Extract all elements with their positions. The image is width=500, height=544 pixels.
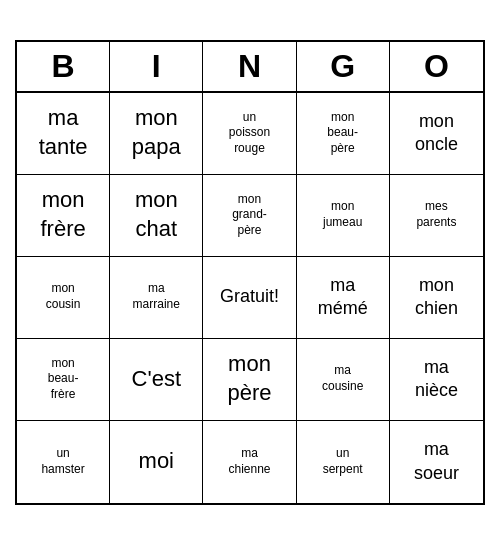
cell-text: mon grand- père	[232, 192, 267, 239]
bingo-cell-r4-c1: moi	[110, 421, 203, 503]
cell-text: un hamster	[41, 446, 84, 477]
bingo-cell-r3-c0: mon beau- frère	[17, 339, 110, 421]
cell-text: un serpent	[323, 446, 363, 477]
bingo-cell-r2-c4: mon chien	[390, 257, 483, 339]
cell-text: mon cousin	[46, 281, 81, 312]
bingo-cell-r3-c3: ma cousine	[297, 339, 390, 421]
bingo-cell-r3-c2: mon père	[203, 339, 296, 421]
cell-text: ma tante	[39, 104, 88, 161]
bingo-cell-r2-c1: ma marraine	[110, 257, 203, 339]
cell-text: mon chat	[135, 186, 178, 243]
bingo-cell-r1-c2: mon grand- père	[203, 175, 296, 257]
bingo-cell-r4-c0: un hamster	[17, 421, 110, 503]
cell-text: ma marraine	[133, 281, 180, 312]
bingo-cell-r2-c2: Gratuit!	[203, 257, 296, 339]
bingo-cell-r1-c4: mes parents	[390, 175, 483, 257]
header-cell-n: N	[203, 42, 296, 91]
cell-text: mon beau- frère	[48, 356, 79, 403]
cell-text: ma chienne	[228, 446, 270, 477]
bingo-cell-r1-c3: mon jumeau	[297, 175, 390, 257]
cell-text: Gratuit!	[220, 285, 279, 308]
bingo-cell-r4-c4: ma soeur	[390, 421, 483, 503]
cell-text: mes parents	[416, 199, 456, 230]
cell-text: mon chien	[415, 274, 458, 321]
cell-text: mon papa	[132, 104, 181, 161]
cell-text: ma soeur	[414, 438, 459, 485]
bingo-cell-r4-c2: ma chienne	[203, 421, 296, 503]
bingo-cell-r1-c1: mon chat	[110, 175, 203, 257]
header-cell-o: O	[390, 42, 483, 91]
bingo-cell-r1-c0: mon frère	[17, 175, 110, 257]
bingo-cell-r0-c1: mon papa	[110, 93, 203, 175]
cell-text: ma cousine	[322, 363, 363, 394]
bingo-cell-r0-c0: ma tante	[17, 93, 110, 175]
bingo-cell-r0-c2: un poisson rouge	[203, 93, 296, 175]
cell-text: mon frère	[40, 186, 85, 243]
bingo-cell-r3-c1: C'est	[110, 339, 203, 421]
cell-text: mon beau- père	[327, 110, 358, 157]
cell-text: un poisson rouge	[229, 110, 270, 157]
cell-text: moi	[139, 447, 174, 476]
header-cell-i: I	[110, 42, 203, 91]
cell-text: ma mémé	[318, 274, 368, 321]
bingo-cell-r0-c3: mon beau- père	[297, 93, 390, 175]
bingo-cell-r2-c3: ma mémé	[297, 257, 390, 339]
cell-text: mon oncle	[415, 110, 458, 157]
cell-text: C'est	[132, 365, 181, 394]
cell-text: mon père	[227, 350, 271, 407]
cell-text: ma nièce	[415, 356, 458, 403]
cell-text: mon jumeau	[323, 199, 362, 230]
bingo-cell-r4-c3: un serpent	[297, 421, 390, 503]
bingo-cell-r2-c0: mon cousin	[17, 257, 110, 339]
header-cell-b: B	[17, 42, 110, 91]
bingo-header: BINGO	[17, 42, 483, 93]
bingo-cell-r3-c4: ma nièce	[390, 339, 483, 421]
header-cell-g: G	[297, 42, 390, 91]
bingo-grid: ma tantemon papaun poisson rougemon beau…	[17, 93, 483, 503]
bingo-cell-r0-c4: mon oncle	[390, 93, 483, 175]
bingo-card: BINGO ma tantemon papaun poisson rougemo…	[15, 40, 485, 505]
